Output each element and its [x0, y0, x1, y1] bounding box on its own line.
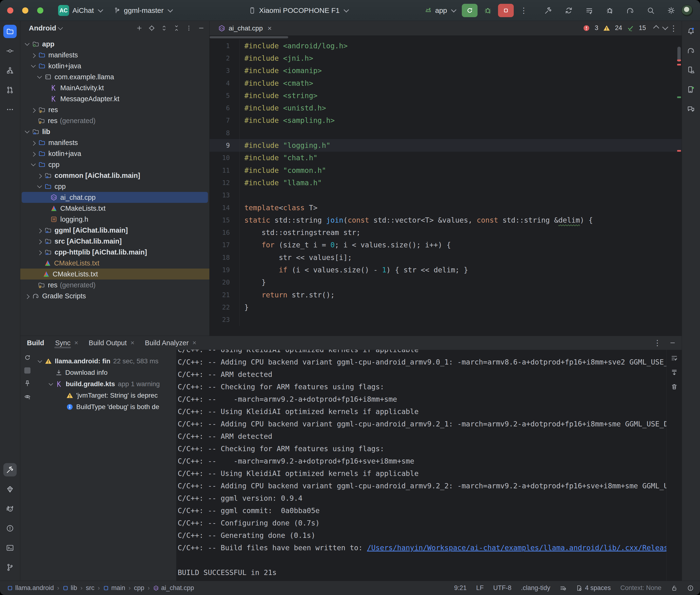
code-line-1[interactable]: 1#include <android/log.h> [209, 39, 682, 52]
lock-open-icon[interactable] [671, 585, 678, 591]
tool-strip-project[interactable] [3, 25, 17, 38]
indent-config[interactable]: 4 spaces [576, 584, 611, 592]
tool-strip-pull-requests[interactable] [3, 83, 17, 97]
tree-chevron-icon[interactable] [31, 141, 36, 146]
vcs-branch-selector[interactable]: ggml-master [113, 6, 172, 15]
tool-strip-notifications[interactable] [684, 24, 698, 38]
tree-item-cmakelists-txt[interactable]: CMakeLists.txt [22, 258, 208, 268]
code-line-4[interactable]: 4#include <cmath> [209, 77, 682, 89]
tree-item-res[interactable]: res [22, 104, 208, 115]
tool-strip-more[interactable] [3, 103, 17, 116]
gradle-icon[interactable] [626, 6, 634, 15]
search-icon[interactable] [647, 6, 655, 15]
code-line-15[interactable]: 15static std::string join(const std::vec… [209, 214, 682, 226]
tool-strip-gemini[interactable] [684, 103, 698, 116]
tool-strip-logcat[interactable] [3, 502, 17, 515]
tree-chevron-icon[interactable] [31, 162, 36, 166]
device-selector[interactable]: Xiaomi POCOPHONE F1 [249, 6, 348, 15]
editor-tab-ai-chat-cpp[interactable]: C ai_chat.cpp × [216, 21, 274, 35]
breadcrumb-item-lib[interactable]: lib [63, 584, 77, 592]
build-console[interactable]: C/C++: -- Using KleidiAI optimized kerne… [176, 350, 682, 581]
tree-item-cpp-httplib-aichat-lib-main-[interactable]: cpp-httplib [AiChat.lib.main] [22, 247, 208, 258]
tree-item-kotlin-java[interactable]: kotlin+java [22, 148, 208, 159]
tool-strip-running-devices[interactable] [684, 83, 698, 96]
tree-item-kotlin-java[interactable]: kotlin+java [22, 60, 208, 72]
tree-item-manifests[interactable]: manifests [22, 50, 208, 60]
tree-chevron-icon[interactable] [37, 183, 42, 188]
tree-item-ggml-aichat-lib-main-[interactable]: ggml [AiChat.lib.main] [22, 225, 208, 236]
code-line-8[interactable]: 8 [209, 127, 682, 139]
tree-item-res[interactable]: res(generated) [22, 280, 208, 290]
close-tab-icon[interactable]: × [192, 339, 196, 347]
build-tree-item[interactable]: 'jvmTarget: String' is deprec [34, 390, 176, 401]
code-line-6[interactable]: 6#include <unistd.h> [209, 102, 682, 114]
tree-chevron-icon[interactable] [37, 251, 42, 255]
tree-chevron-icon[interactable] [25, 41, 30, 46]
tool-strip-gradle[interactable] [684, 44, 698, 57]
tree-item-ai-chat-cpp[interactable]: Cai_chat.cpp [22, 192, 208, 203]
tree-item-cmakelists-txt[interactable]: CMakeLists.txt [22, 203, 208, 214]
zoom-window-button[interactable] [37, 7, 43, 13]
tree-chevron-icon[interactable] [25, 294, 30, 299]
hide-panel-icon[interactable] [669, 340, 676, 346]
previous-problem-icon[interactable] [653, 25, 659, 31]
stop-icon[interactable] [24, 367, 30, 374]
tool-strip-version-control[interactable] [3, 561, 17, 574]
build-tab-sync[interactable]: Sync× [55, 336, 78, 350]
scroll-to-end-icon[interactable] [671, 369, 678, 376]
close-tab-icon[interactable]: × [74, 339, 78, 347]
code-line-13[interactable]: 13 [209, 189, 682, 201]
code-line-16[interactable]: 16 std::ostringstream str; [209, 226, 682, 238]
minimize-window-button[interactable] [22, 7, 28, 13]
file-encoding[interactable]: UTF-8 [493, 584, 512, 592]
expand-all-icon[interactable] [161, 25, 167, 31]
clear-icon[interactable] [671, 383, 678, 390]
stripe-mark[interactable] [677, 64, 681, 65]
build-tree-item[interactable]: Download info [34, 367, 176, 378]
code-style-icon[interactable] [560, 585, 566, 591]
close-tab-icon[interactable]: × [268, 24, 272, 32]
tree-chevron-icon[interactable] [31, 108, 36, 113]
tree-chevron-icon[interactable] [37, 229, 42, 233]
tool-strip-terminal[interactable] [3, 541, 17, 555]
breadcrumb-item-cpp[interactable]: cpp [134, 584, 144, 592]
code-line-11[interactable]: 11#include "common.h" [209, 164, 682, 176]
build-tree-item[interactable]: BuildType 'debug' is both de [34, 401, 176, 413]
pin-icon[interactable] [24, 380, 31, 387]
code-line-5[interactable]: 5#include <string> [209, 89, 682, 102]
build-tree-item[interactable]: llama.android: fin22 sec, 583 ms [34, 356, 176, 367]
code-line-17[interactable]: 17 for (size_t i = 0; i < values.size();… [209, 239, 682, 251]
soft-wrap-icon[interactable] [671, 355, 678, 362]
code-line-23[interactable]: 23 [209, 314, 682, 326]
stop-button[interactable] [498, 4, 514, 17]
tree-item-gradle-scripts[interactable]: Gradle Scripts [22, 290, 208, 302]
breadcrumb-item-src[interactable]: src [86, 584, 94, 592]
project-selector[interactable]: AC AiChat [58, 5, 103, 16]
tool-strip-app-quality-insights[interactable] [3, 483, 17, 496]
tree-item-messageadapter-kt[interactable]: MessageAdapter.kt [22, 93, 208, 104]
code-line-19[interactable]: 19 if (i < values.size() - 1) { str << d… [209, 263, 682, 276]
hammer-icon[interactable] [544, 6, 552, 15]
profiler-icon[interactable] [585, 6, 593, 15]
line-separator[interactable]: LF [476, 584, 484, 592]
code-line-3[interactable]: 3#include <iomanip> [209, 64, 682, 77]
stripe-mark[interactable] [677, 150, 681, 152]
collapse-all-icon[interactable] [173, 25, 180, 31]
tool-strip-device-manager[interactable] [684, 63, 698, 77]
project-view-selector[interactable]: Android [29, 24, 56, 32]
tree-chevron-icon[interactable] [31, 152, 36, 157]
tree-chevron-icon[interactable] [31, 53, 36, 58]
code-line-22[interactable]: 22} [209, 301, 682, 313]
inspections-widget[interactable]: 3 24 15 [583, 24, 667, 32]
options-icon[interactable] [186, 25, 192, 31]
tree-item-com-example-llama[interactable]: com.example.llama [22, 72, 208, 82]
console-link[interactable]: /Users/hanyin/Workspace/ai-chat/examples… [367, 544, 672, 552]
tree-item-logging-h[interactable]: Hlogging.h [22, 214, 208, 225]
run-options-kebab[interactable]: ⋮ [520, 7, 528, 14]
avatar[interactable] [681, 5, 693, 16]
next-problem-icon[interactable] [662, 24, 668, 30]
tool-strip-commit[interactable] [3, 44, 17, 58]
locate-icon[interactable] [148, 25, 155, 31]
debug-button[interactable] [484, 6, 492, 15]
code-line-12[interactable]: 12#include "llama.h" [209, 176, 682, 189]
